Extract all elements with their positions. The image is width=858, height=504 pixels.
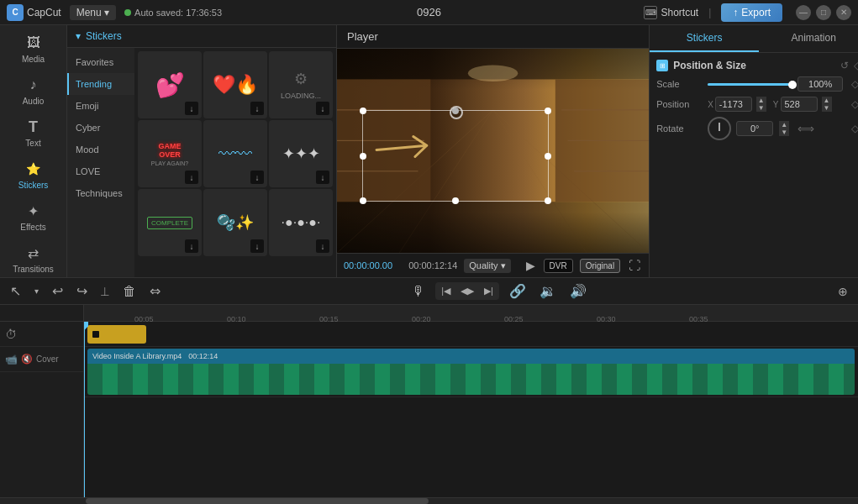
shortcut-icon: ⌨ [644, 6, 657, 19]
mic-button[interactable]: 🎙 [408, 282, 429, 301]
download-icon[interactable]: ↓ [316, 102, 329, 115]
sticker-nav-techniques[interactable]: Techniques [67, 182, 134, 204]
volume-up-button[interactable]: 🔊 [566, 281, 590, 301]
reset-all-button[interactable]: ↺ [840, 60, 849, 71]
download-icon[interactable]: ↓ [185, 102, 198, 115]
sidebar-item-audio[interactable]: ♪ Audio [3, 71, 64, 111]
sticker-nav-love[interactable]: LOVE [67, 160, 134, 182]
position-y-input[interactable] [781, 97, 818, 112]
scrollbar-thumb[interactable] [86, 498, 429, 504]
play-button[interactable]: ▶ [524, 257, 537, 274]
timeline-row-sticker: ⏱ [0, 322, 83, 347]
quality-button[interactable]: Quality ▾ [464, 259, 510, 273]
split-button[interactable]: ⟂ [97, 282, 113, 301]
list-item[interactable]: COMPLETE ↓ [138, 189, 202, 256]
sticker-nav-emoji[interactable]: Emoji [67, 95, 134, 117]
keyframe-button[interactable]: ◇ [854, 60, 858, 71]
clip-split-button[interactable]: ◀▶ [456, 284, 478, 298]
video-clip[interactable]: Video Inside A Library.mp4 00:12:14 [87, 349, 855, 395]
list-item[interactable]: ⚙ LOADING... ↓ [269, 51, 333, 118]
topbar: C CapCut Menu ▾ Auto saved: 17:36:53 092… [0, 0, 858, 25]
rotate-up-button[interactable]: ▲ [779, 121, 789, 129]
download-icon[interactable]: ↓ [250, 171, 264, 184]
right-buttons: ⌨ Shortcut | ↑ Export — □ ✕ [644, 3, 851, 22]
x-down-button[interactable]: ▼ [756, 104, 766, 112]
sticker-content: ❤️🔥 [213, 74, 258, 96]
quality-label: Quality [469, 260, 497, 270]
close-button[interactable]: ✕ [836, 5, 851, 20]
select-dropdown-button[interactable]: ▾ [31, 285, 42, 297]
position-size-label: Position & Size [673, 60, 746, 71]
y-down-button[interactable]: ▼ [822, 104, 832, 112]
fullscreen-button[interactable]: ⛶ [627, 257, 642, 274]
sticker-clip[interactable] [87, 325, 146, 344]
download-icon[interactable]: ↓ [316, 239, 329, 253]
shortcut-button[interactable]: ⌨ Shortcut [644, 6, 698, 19]
export-button[interactable]: ↑ Export [721, 3, 782, 22]
scale-slider-thumb[interactable] [788, 81, 797, 89]
sticker-nav-mood[interactable]: Mood [67, 139, 134, 160]
sticker-sparkle: ✦✦✦ [282, 144, 320, 163]
download-icon[interactable]: ↓ [316, 171, 329, 184]
y-up-button[interactable]: ▲ [822, 97, 832, 104]
video-background [337, 49, 649, 253]
rotate-down-button[interactable]: ▼ [779, 129, 789, 136]
maximize-button[interactable]: □ [816, 5, 831, 20]
sidebar-item-media[interactable]: 🖼 Media [3, 29, 64, 69]
sticker-nav-trending[interactable]: Trending [67, 73, 134, 95]
volume-down-button[interactable]: 🔉 [536, 281, 560, 301]
position-size-section: ⊞ Position & Size ↺ ◇ Scale [656, 60, 858, 145]
minimize-button[interactable]: — [796, 5, 811, 20]
position-reset-button[interactable]: ◇ [848, 97, 858, 111]
mirror-button[interactable]: ⇔ [146, 281, 164, 301]
add-clip-button[interactable]: ⊕ [834, 283, 851, 300]
timeline-scrollbar[interactable] [0, 497, 858, 504]
redo-button[interactable]: ↪ [73, 281, 91, 301]
original-button[interactable]: Original [580, 259, 620, 273]
time-current: 00:00:00.00 [344, 260, 392, 270]
scale-value[interactable] [797, 76, 843, 92]
rotate-reset-button[interactable]: ◇ [848, 122, 858, 135]
tab-animation[interactable]: Animation [759, 25, 858, 52]
position-y-group: Y [773, 97, 818, 112]
sticker-nav-cyber[interactable]: Cyber [67, 117, 134, 139]
rotation-handle[interactable] [450, 106, 463, 119]
sidebar-item-effects[interactable]: ✦ Effects [3, 197, 64, 237]
sidebar-item-stickers[interactable]: ⭐ Stickers [3, 155, 64, 195]
undo-button[interactable]: ↩ [49, 281, 66, 301]
download-icon[interactable]: ↓ [185, 239, 198, 253]
position-x-input[interactable] [715, 97, 752, 112]
delete-button[interactable]: 🗑 [119, 282, 139, 301]
dvr-button[interactable]: DVR [544, 259, 573, 273]
clip-start-button[interactable]: |◀ [437, 284, 455, 298]
list-item[interactable]: 🫧✨ ↓ [203, 189, 267, 256]
scale-slider[interactable] [708, 83, 792, 86]
select-tool-button[interactable]: ↖ [7, 281, 24, 301]
link-button[interactable]: 🔗 [506, 281, 529, 301]
list-item[interactable]: ❤️🔥 ↓ [203, 51, 267, 118]
app-logo: C CapCut [7, 4, 61, 21]
list-item[interactable]: 💕 ↓ [138, 51, 202, 118]
sidebar-item-text[interactable]: T Text [3, 113, 64, 153]
list-item[interactable]: ·●·●·●· ↓ [269, 189, 333, 256]
list-item[interactable]: ✦✦✦ ↓ [269, 120, 333, 187]
list-item[interactable]: 〰〰 ↓ [203, 120, 267, 187]
clip-end-button[interactable]: ▶| [480, 284, 497, 298]
menu-button[interactable]: Menu ▾ [70, 5, 116, 20]
download-icon[interactable]: ↓ [250, 239, 264, 253]
rotate-dial[interactable] [708, 117, 731, 140]
scale-slider-container[interactable] [708, 83, 792, 86]
scale-reset-button[interactable]: ◇ [848, 77, 858, 91]
playhead[interactable] [84, 322, 85, 497]
rotate-value[interactable] [736, 121, 773, 136]
sticker-nav-favorites[interactable]: Favorites [67, 51, 134, 73]
main-content: 🖼 Media ♪ Audio T Text ⭐ Stickers ✦ Effe… [0, 25, 858, 277]
sidebar-item-transitions[interactable]: ⇄ Transitions [3, 239, 64, 277]
download-icon[interactable]: ↓ [250, 102, 264, 115]
download-icon[interactable]: ↓ [185, 171, 198, 184]
tab-stickers[interactable]: Stickers [650, 25, 759, 52]
x-up-button[interactable]: ▲ [756, 97, 766, 104]
list-item[interactable]: GAME OVER PLAY AGAIN? ↓ [138, 120, 202, 187]
stickers-header-arrow: ▾ [76, 30, 81, 42]
clip-controls-group: |◀ ◀▶ ▶| [435, 282, 499, 300]
